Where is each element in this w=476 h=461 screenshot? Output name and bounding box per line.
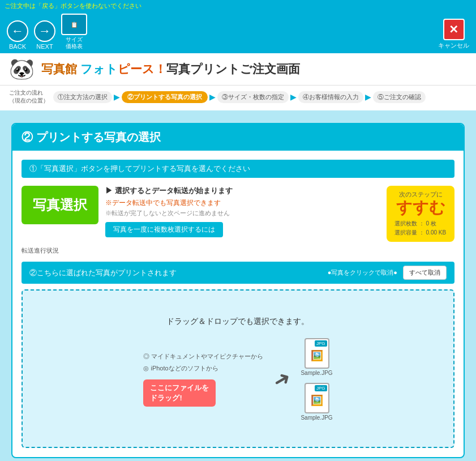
step-arrow-2: ▶ bbox=[209, 92, 216, 101]
cancel-all-button[interactable]: すべて取消 bbox=[403, 266, 447, 280]
photo-info-main: ▶ 選択するとデータ転送が始まります bbox=[105, 186, 380, 196]
drag-arrow: ➜ bbox=[269, 365, 295, 394]
cancel-button[interactable]: ✕ キャンセル bbox=[438, 19, 469, 50]
selected-count-label: 選択枚数 bbox=[394, 220, 417, 227]
next-button[interactable]: → NEXT bbox=[34, 20, 55, 50]
here-label: ここにファイルをドラッグ! bbox=[143, 379, 216, 407]
selected-size-value: 0.00 KB bbox=[426, 229, 447, 236]
photo-info-sub1: ※データ転送中でも写真選択できます bbox=[105, 198, 380, 208]
top-notice: ご注文中は「戻る」ボタンを使わないでください bbox=[5, 2, 141, 9]
selected-size-label: 選択容量 bbox=[394, 229, 417, 236]
back-button[interactable]: ← BACK bbox=[7, 20, 28, 50]
step-1[interactable]: ①注文方法の選択 bbox=[53, 91, 112, 103]
sample-file-1: JPG 🖼️ Sample.JPG bbox=[301, 338, 332, 376]
logo: 🐼 bbox=[9, 59, 35, 79]
multi-select-button[interactable]: 写真を一度に複数枚選択するには bbox=[105, 222, 223, 237]
drop-item-1: ◎ マイドキュメントやマイピクチャーから bbox=[143, 352, 263, 361]
sample-file-2: JPG 🖼️ Sample.JPG bbox=[301, 383, 332, 421]
proceed-button[interactable]: すすむ bbox=[394, 200, 447, 216]
drop-title: ドラッグ＆ドロップでも選択できます。 bbox=[143, 317, 332, 327]
step2-instruction-box: ②こちらに選ばれた写真がプリントされます ●写真をクリックで取消● すべて取消 bbox=[22, 262, 454, 284]
step-5[interactable]: ⑤ご注文の確認 bbox=[373, 91, 426, 103]
size-price-button[interactable]: 📋 サイズ価格表 bbox=[61, 14, 87, 50]
step-2[interactable]: ②プリントする写真の選択 bbox=[122, 91, 208, 103]
step-arrow-3: ▶ bbox=[290, 92, 297, 101]
sample-file-1-label: Sample.JPG bbox=[301, 370, 332, 376]
section-title: ② プリントする写真の選択 bbox=[12, 124, 464, 151]
selected-count-value: 0 枚 bbox=[426, 220, 436, 227]
header: 🐼 写真館 フォトピース！写真プリントご注文画面 bbox=[0, 53, 476, 86]
photo-drop-area[interactable]: ドラッグ＆ドロップでも選択できます。 ◎ マイドキュメントやマイピクチャーから … bbox=[22, 289, 454, 448]
breadcrumb-position-label: ご注文の流れ（現在の位置） bbox=[9, 89, 49, 105]
step-3[interactable]: ③サイズ・枚数の指定 bbox=[217, 91, 289, 103]
transfer-status: 転送進行状況 bbox=[22, 246, 454, 255]
breadcrumb: ご注文の流れ（現在の位置） ①注文方法の選択 ▶ ②プリントする写真の選択 ▶ … bbox=[0, 86, 476, 112]
step-arrow-4: ▶ bbox=[365, 92, 371, 101]
drop-item-2: ◎ iPhotoなどのソフトから bbox=[143, 364, 263, 373]
step-4[interactable]: ④お客様情報の入力 bbox=[298, 91, 363, 103]
sample-file-2-label: Sample.JPG bbox=[301, 415, 332, 421]
page-title: 写真館 フォトピース！写真プリントご注文画面 bbox=[41, 61, 300, 77]
photo-info-sub2: ※転送が完了しないと次ページに進めません bbox=[105, 209, 380, 217]
photo-select-button[interactable]: 写真選択 bbox=[22, 186, 98, 224]
step-arrow-1: ▶ bbox=[114, 92, 120, 101]
next-step-label: 次のステップに bbox=[394, 190, 447, 199]
click-to-cancel-label: ●写真をクリックで取消● bbox=[328, 268, 397, 277]
step1-instruction-box: ①「写真選択」ボタンを押してプリントする写真を選んでください bbox=[22, 160, 454, 178]
